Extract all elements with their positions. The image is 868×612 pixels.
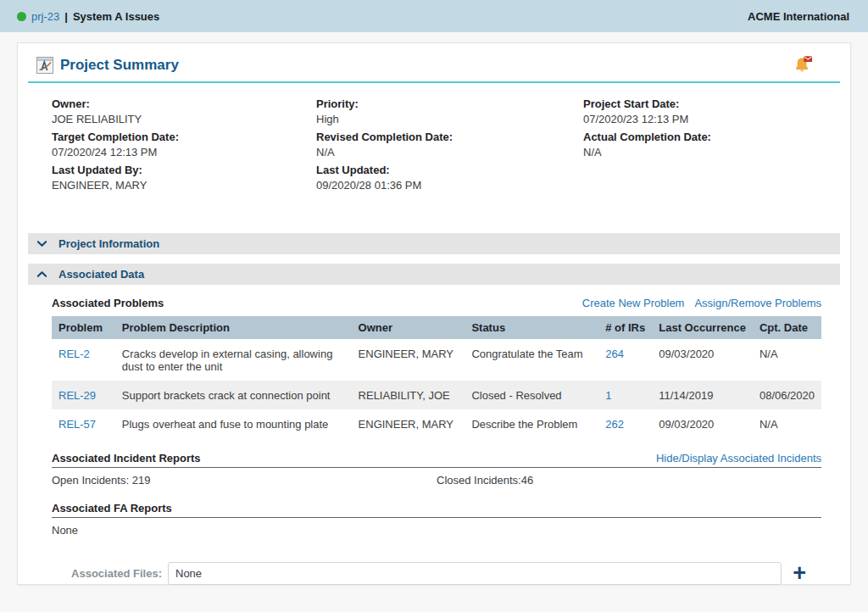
field-empty bbox=[583, 163, 833, 194]
associated-fa-reports-heading: Associated FA Reports bbox=[52, 502, 172, 515]
num-irs-link[interactable]: 264 bbox=[605, 348, 624, 360]
table-row: REL-2 Cracks develop in external casing,… bbox=[52, 339, 821, 381]
divider bbox=[52, 517, 821, 518]
problem-description: Support brackets crack at connection poi… bbox=[115, 381, 352, 409]
problem-owner: RELIABILITY, JOE bbox=[352, 381, 465, 409]
assign-remove-problems-link[interactable]: Assign/Remove Problems bbox=[694, 297, 821, 309]
section-header-project-information[interactable]: Project Information bbox=[28, 233, 840, 254]
hide-display-incidents-link[interactable]: Hide/Display Associated Incidents bbox=[656, 452, 821, 465]
section-header-associated-data[interactable]: Associated Data bbox=[28, 264, 840, 285]
section-label: Associated Data bbox=[58, 268, 144, 281]
field-target-completion-date: Target Completion Date: 07/2020/24 12:13… bbox=[52, 130, 316, 161]
project-title: System A Issues bbox=[73, 10, 159, 23]
field-label: Last Updated: bbox=[316, 163, 583, 178]
chevron-up-icon bbox=[36, 269, 47, 280]
field-value: JOE RELIABILITY bbox=[52, 112, 316, 127]
col-header-owner: Owner bbox=[352, 316, 465, 339]
field-label: Last Updated By: bbox=[52, 163, 316, 178]
summary-fields: Owner: JOE RELIABILITY Priority: High Pr… bbox=[52, 97, 833, 196]
col-header-last-occurrence: Last Occurrence bbox=[652, 316, 753, 339]
problem-status: Describe the Problem bbox=[465, 409, 598, 438]
problem-description: Plugs overheat and fuse to mounting plat… bbox=[115, 409, 352, 438]
project-id-link[interactable]: prj-23 bbox=[31, 10, 59, 23]
field-last-updated: Last Updated: 09/2020/28 01:36 PM bbox=[316, 163, 583, 194]
num-irs-link[interactable]: 1 bbox=[605, 389, 611, 402]
table-header-row: Problem Problem Description Owner Status… bbox=[52, 316, 821, 339]
divider bbox=[52, 467, 821, 468]
field-label: Project Start Date: bbox=[583, 97, 833, 112]
associated-data-content: Associated Problems Create New Problem A… bbox=[52, 297, 821, 585]
field-value: High bbox=[316, 112, 583, 127]
problem-status: Congratulate the Team bbox=[465, 339, 598, 381]
notification-bell-icon[interactable] bbox=[793, 55, 813, 75]
section-label: Project Information bbox=[58, 237, 159, 250]
cpt-date: 08/06/2020 bbox=[753, 381, 821, 409]
org-name: ACME International bbox=[748, 10, 849, 23]
associated-problems-heading: Associated Problems bbox=[52, 297, 164, 309]
field-value: N/A bbox=[316, 145, 583, 160]
col-header-num-irs: # of IRs bbox=[598, 316, 652, 339]
field-value: 07/2020/24 12:13 PM bbox=[52, 145, 316, 160]
field-value: ENGINEER, MARY bbox=[52, 178, 316, 193]
associated-files-input[interactable] bbox=[168, 562, 782, 585]
cpt-date: N/A bbox=[753, 339, 821, 381]
chevron-down-icon bbox=[36, 238, 47, 249]
field-label: Actual Completion Date: bbox=[583, 130, 833, 145]
add-file-button[interactable]: + bbox=[793, 562, 806, 585]
project-breadcrumb: prj-23 | System A Issues bbox=[17, 10, 159, 23]
field-owner: Owner: JOE RELIABILITY bbox=[52, 97, 316, 128]
num-irs-link[interactable]: 262 bbox=[605, 418, 624, 431]
problem-id-link[interactable]: REL-29 bbox=[58, 389, 96, 402]
last-occurrence: 11/14/2019 bbox=[652, 381, 753, 409]
field-last-updated-by: Last Updated By: ENGINEER, MARY bbox=[52, 163, 316, 194]
field-project-start-date: Project Start Date: 07/2020/23 12:13 PM bbox=[583, 97, 833, 128]
field-revised-completion-date: Revised Completion Date: N/A bbox=[316, 130, 583, 161]
field-label: Target Completion Date: bbox=[52, 130, 316, 145]
problem-id-link[interactable]: REL-57 bbox=[58, 418, 96, 431]
table-row: REL-29 Support brackets crack at connect… bbox=[52, 381, 821, 409]
col-header-description: Problem Description bbox=[115, 316, 352, 339]
breadcrumb-separator: | bbox=[64, 10, 68, 23]
field-priority: Priority: High bbox=[316, 97, 583, 128]
card-header: Project Summary bbox=[28, 53, 840, 83]
field-value: 07/2020/23 12:13 PM bbox=[583, 112, 833, 127]
associated-problems-table: Problem Problem Description Owner Status… bbox=[52, 316, 821, 438]
problem-owner: ENGINEER, MARY bbox=[352, 409, 465, 438]
field-label: Owner: bbox=[52, 97, 316, 112]
problem-status: Closed - Resolved bbox=[465, 381, 598, 409]
last-occurrence: 09/03/2020 bbox=[652, 409, 753, 438]
cpt-date: N/A bbox=[753, 409, 821, 438]
field-label: Priority: bbox=[316, 97, 583, 112]
problem-description: Cracks develop in external casing, allow… bbox=[115, 339, 352, 381]
col-header-problem: Problem bbox=[52, 316, 115, 339]
field-actual-completion-date: Actual Completion Date: N/A bbox=[583, 130, 833, 161]
associated-files-label: Associated Files: bbox=[70, 567, 162, 580]
fa-reports-value: None bbox=[52, 524, 821, 537]
page-title: Project Summary bbox=[60, 57, 793, 74]
associated-incidents-heading: Associated Incident Reports bbox=[52, 452, 201, 465]
problem-id-link[interactable]: REL-2 bbox=[58, 348, 90, 360]
create-new-problem-link[interactable]: Create New Problem bbox=[582, 297, 685, 309]
field-value: 09/2020/28 01:36 PM bbox=[316, 178, 583, 193]
closed-incidents-count: Closed Incidents:46 bbox=[437, 474, 821, 487]
open-incidents-count: Open Incidents: 219 bbox=[52, 474, 437, 487]
app-top-bar: prj-23 | System A Issues ACME Internatio… bbox=[0, 0, 868, 32]
field-value: N/A bbox=[583, 145, 833, 160]
table-row: REL-57 Plugs overheat and fuse to mounti… bbox=[52, 409, 821, 438]
col-header-cpt-date: Cpt. Date bbox=[753, 316, 821, 339]
project-summary-card: Project Summary Owner: JOE RELIABILITY P… bbox=[17, 42, 851, 585]
project-summary-icon bbox=[36, 57, 53, 74]
col-header-status: Status bbox=[465, 316, 598, 339]
last-occurrence: 09/03/2020 bbox=[652, 339, 753, 381]
field-label: Revised Completion Date: bbox=[316, 130, 583, 145]
status-dot-icon bbox=[17, 12, 26, 21]
problem-owner: ENGINEER, MARY bbox=[352, 339, 465, 381]
